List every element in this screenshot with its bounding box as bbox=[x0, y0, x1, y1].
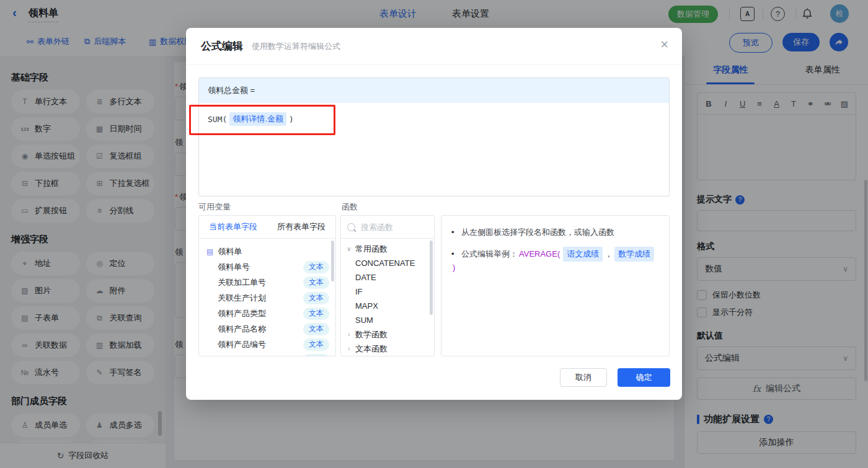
app-root: ‹ 领料单 表单设计 表单设置 数据管理 A ? 检 ⚯ 表单外链 ⧉ 后端脚本… bbox=[0, 0, 868, 468]
help-panel: • 从左侧面板选择字段名和函数，或输入函数 • 公式编辑举例： AVERAGE(… bbox=[441, 215, 670, 356]
variables-tabs: 当前表单字段 所有表单字段 bbox=[199, 216, 335, 239]
formula-editor-box[interactable]: 领料总金额 = SUM( 领料详情.金额 ) bbox=[198, 77, 670, 196]
variables-root-item[interactable]: ▤ 领料单 bbox=[199, 244, 335, 259]
variable-row[interactable]: 关联生产计划文本 bbox=[199, 290, 335, 306]
help-line-1: • 从左侧面板选择字段名和函数，或输入函数 bbox=[451, 226, 659, 239]
variable-row[interactable]: 领料产品编号文本 bbox=[199, 337, 335, 352]
variables-list: ▤ 领料单 领料单号文本 关联加工单号文本 关联生产计划文本 领料产品类型文本 … bbox=[199, 239, 335, 356]
functions-label: 函数 bbox=[342, 201, 358, 213]
type-tag: 文本 bbox=[303, 323, 329, 335]
chevron-right-icon: › bbox=[346, 345, 352, 352]
chevron-right-icon: › bbox=[346, 331, 352, 338]
annotation-red-box bbox=[189, 105, 335, 135]
bullet: • bbox=[451, 248, 461, 260]
functions-scrollbar-thumb[interactable] bbox=[430, 241, 433, 315]
close-icon[interactable]: × bbox=[660, 37, 668, 53]
type-tag: 文本 bbox=[303, 307, 329, 320]
function-item-if[interactable]: IF bbox=[341, 285, 434, 299]
function-search-input[interactable] bbox=[360, 222, 424, 232]
functions-tree: ∨ 常用函数 CONCATENATE DATE IF MAPX SUM › 数学… bbox=[341, 239, 434, 356]
modal-subtitle: 使用数学运算符编辑公式 bbox=[252, 41, 340, 52]
function-search bbox=[341, 216, 434, 239]
example-function-close: ) bbox=[453, 262, 455, 274]
function-group-common[interactable]: ∨ 常用函数 bbox=[341, 242, 434, 256]
type-tag: 文本 bbox=[303, 354, 329, 357]
tab-all-form-fields[interactable]: 所有表单字段 bbox=[267, 216, 335, 238]
variable-row[interactable]: 领料产品名称文本 bbox=[199, 321, 335, 337]
type-tag: 文本 bbox=[303, 276, 329, 289]
tab-current-form-fields[interactable]: 当前表单字段 bbox=[199, 216, 267, 238]
modal-title: 公式编辑 bbox=[201, 39, 243, 53]
modal-header: 公式编辑 使用数学运算符编辑公式 bbox=[186, 28, 682, 65]
bullet: • bbox=[451, 226, 461, 239]
search-icon bbox=[347, 223, 355, 231]
confirm-button[interactable]: 确定 bbox=[618, 368, 670, 387]
type-tag: 文本 bbox=[303, 292, 329, 304]
variable-row-partial[interactable]: 文本 bbox=[199, 352, 335, 356]
function-item-concatenate[interactable]: CONCATENATE bbox=[341, 256, 434, 270]
example-function-open: AVERAGE( bbox=[519, 248, 560, 260]
form-doc-icon: ▤ bbox=[206, 247, 213, 256]
cancel-button[interactable]: 取消 bbox=[560, 368, 607, 387]
variable-row[interactable]: 关联加工单号文本 bbox=[199, 275, 335, 290]
function-group-math[interactable]: › 数学函数 bbox=[341, 327, 434, 342]
variables-panel: 当前表单字段 所有表单字段 ▤ 领料单 领料单号文本 关联加工单号文本 关联生产… bbox=[198, 215, 336, 356]
formula-target-band: 领料总金额 = bbox=[199, 78, 669, 103]
type-tag: 文本 bbox=[303, 261, 329, 273]
variable-row[interactable]: 领料单号文本 bbox=[199, 259, 335, 275]
formula-editor-modal: 公式编辑 使用数学运算符编辑公式 × 领料总金额 = SUM( 领料详情.金额 … bbox=[186, 28, 682, 400]
variable-row[interactable]: 领料产品类型文本 bbox=[199, 306, 335, 321]
example-field-token: 语文成绩 bbox=[563, 247, 603, 262]
function-item-mapx[interactable]: MAPX bbox=[341, 299, 434, 313]
chevron-down-icon: ∨ bbox=[346, 245, 352, 252]
variables-scrollbar-thumb[interactable] bbox=[331, 241, 334, 281]
function-group-text[interactable]: › 文本函数 bbox=[341, 342, 434, 356]
type-tag: 文本 bbox=[303, 338, 329, 351]
function-item-date[interactable]: DATE bbox=[341, 270, 434, 285]
variables-label: 可用变量 bbox=[198, 201, 231, 213]
function-item-sum[interactable]: SUM bbox=[341, 313, 434, 327]
example-field-token: 数学成绩 bbox=[614, 247, 654, 262]
functions-panel: ∨ 常用函数 CONCATENATE DATE IF MAPX SUM › 数学… bbox=[340, 215, 435, 356]
help-line-2: • 公式编辑举例： AVERAGE( 语文成绩 ， 数学成绩 ) bbox=[451, 247, 659, 274]
